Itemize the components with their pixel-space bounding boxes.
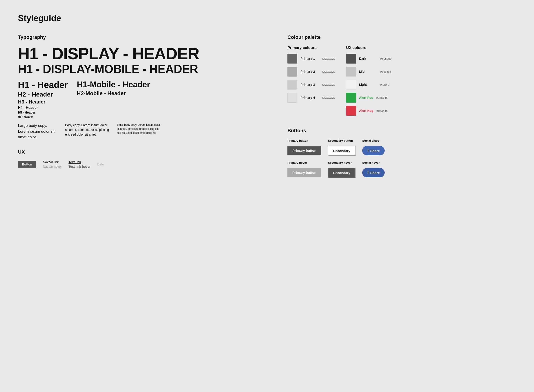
h1-display-text: H1 - DISPLAY - HEADER [18,46,269,62]
mid-hex: #c4c4c4 [380,70,391,73]
alert-neg-label: Alert-Neg [359,109,373,112]
social-hover-label: Social hover [362,161,385,164]
primary-button-label: Primary button [287,139,321,142]
primary-button[interactable]: Primary button [287,146,321,155]
body-copy-row: Large body copy. Lorem ipsum dolor sit a… [18,123,269,140]
ux-heading: UX [18,149,269,155]
secondary-button[interactable]: Secondary [328,146,356,156]
primary-hover-button[interactable]: Primary button [287,168,321,177]
secondary-button-label: Secondary button [328,139,356,142]
alert-neg-hex: #dc3545 [376,109,388,112]
dark-hex: #505050 [380,57,392,61]
primary-3-swatch [287,80,297,90]
right-section: Colour palette Primary colours Primary-1… [287,34,516,177]
page-title: Styleguide [18,14,516,23]
colour-row-primary-4: Primary-4 #XXXXXX [287,93,335,103]
ux-items-col: Navbar link Navbar hover [43,160,62,168]
colour-row-mid: Mid #c4c4c4 [346,67,392,77]
light-hex: #f0f0f0 [380,83,389,86]
primary-hover-button-group: Primary hover Primary button [287,161,321,177]
social-button-label: Social share [362,139,385,142]
primary-1-label: Primary-1 [300,57,319,61]
facebook-icon: f [367,149,369,153]
h5-header-text: H5 - Header [18,111,68,114]
h6-header-text: H6 - Header [18,115,68,118]
colour-row-alert-pos: Alert-Pos #28a745 [346,93,392,103]
colour-row-alert-neg: Alert-Neg #dc3545 [346,106,392,116]
mid-label: Mid [359,70,377,73]
main-layout: Typography H1 - DISPLAY - HEADER H1 - DI… [18,34,516,177]
social-hover-button-text: Share [370,171,380,175]
primary-4-swatch [287,93,297,103]
left-section: Typography H1 - DISPLAY - HEADER H1 - DI… [18,34,269,177]
primary-2-hex: #XXXXXX [322,70,335,73]
social-hover-button[interactable]: f Share [362,168,385,177]
social-button-text: Share [370,149,380,153]
dark-swatch [346,54,356,64]
primary-button-group: Primary button Primary button [287,139,321,156]
headers-col-right: H1-Mobile - Header H2-Mobile - Header [77,80,150,118]
secondary-hover-button[interactable]: Secondary [328,168,356,177]
primary-2-label: Primary-2 [300,70,319,73]
ux-section: UX Button Navbar link Navbar hover Text … [18,149,269,168]
secondary-button-group: Secondary button Secondary [328,139,356,156]
colour-row-primary-3: Primary-3 #XXXXXX [287,80,335,90]
social-share-button[interactable]: f Share [362,146,385,155]
dark-label: Dark [359,57,377,61]
headers-row-1: H1 - Header H2 - Header H3 - Header H4 -… [18,80,269,118]
ux-colours-col: UX colours Dark #505050 Mid #c4c4c4 Ligh… [346,46,392,119]
colour-subsections: Primary colours Primary-1 #XXXXXX Primar… [287,46,516,119]
primary-colours-col: Primary colours Primary-1 #XXXXXX Primar… [287,46,335,119]
primary-4-hex: #XXXXXX [322,96,335,99]
mid-swatch [346,67,356,77]
primary-hover-label: Primary hover [287,161,321,164]
h1-mobile-header-text: H1-Mobile - Header [77,80,150,89]
social-button-group: Social share f Share [362,139,385,156]
h1-header-text: H1 - Header [18,80,68,90]
light-label: Light [359,83,377,86]
alert-pos-label: Alert-Pos [359,96,373,99]
h2-header-text: H2 - Header [18,91,68,98]
secondary-hover-label: Secondary hover [328,161,356,164]
primary-colours-heading: Primary colours [287,46,335,50]
colour-row-dark: Dark #505050 [346,54,392,64]
h2-mobile-header-text: H2-Mobile - Header [77,90,150,97]
social-hover-button-group: Social hover f Share [362,161,385,177]
ux-items-row: Button Navbar link Navbar hover Text lin… [18,160,269,168]
primary-2-swatch [287,67,297,77]
body-normal-text: Body copy. Lorem ipsum dolor sit amet, c… [65,123,110,140]
colour-row-primary-1: Primary-1 #XXXXXX [287,54,335,64]
colour-palette-heading: Colour palette [287,34,516,40]
text-link-hover[interactable]: Text link hover [69,165,90,168]
primary-3-label: Primary-3 [300,83,319,86]
headers-col-left: H1 - Header H2 - Header H3 - Header H4 -… [18,80,68,118]
h4-header-text: H4 - Header [18,106,68,110]
alert-pos-swatch [346,93,356,103]
buttons-section: Buttons Primary button Primary button Se… [287,128,516,177]
h1-display-mobile-text: H1 - DISPLAY-MOBILE - HEADER [18,63,269,75]
buttons-heading: Buttons [287,128,516,134]
facebook-hover-icon: f [367,171,369,175]
body-large-text: Large body copy. Lorem ipsum dolor sit a… [18,123,58,140]
light-swatch [346,80,356,90]
primary-1-hex: #XXXXXX [322,57,335,61]
date-text: Date [97,163,104,166]
typography-section: Typography H1 - DISPLAY - HEADER H1 - DI… [18,34,269,140]
body-small-text: Small body copy. Lorem ipsum dolor sit a… [117,123,162,140]
alert-pos-hex: #28a745 [376,96,388,99]
buttons-hover-row: Primary hover Primary button Secondary h… [287,161,516,177]
ux-button[interactable]: Button [18,161,36,168]
primary-1-swatch [287,54,297,64]
primary-3-hex: #XXXXXX [322,83,335,86]
text-link[interactable]: Text link [69,160,90,164]
ux-text-link-col: Text link Text link hover [69,160,90,168]
navbar-hover[interactable]: Navbar hover [43,165,62,168]
primary-4-label: Primary-4 [300,96,319,99]
navbar-link[interactable]: Navbar link [43,160,62,164]
colour-row-light: Light #f0f0f0 [346,80,392,90]
buttons-normal-row: Primary button Primary button Secondary … [287,139,516,156]
ux-colours-heading: UX colours [346,46,392,50]
typography-heading: Typography [18,34,269,40]
colour-row-primary-2: Primary-2 #XXXXXX [287,67,335,77]
h3-header-text: H3 - Header [18,99,68,105]
